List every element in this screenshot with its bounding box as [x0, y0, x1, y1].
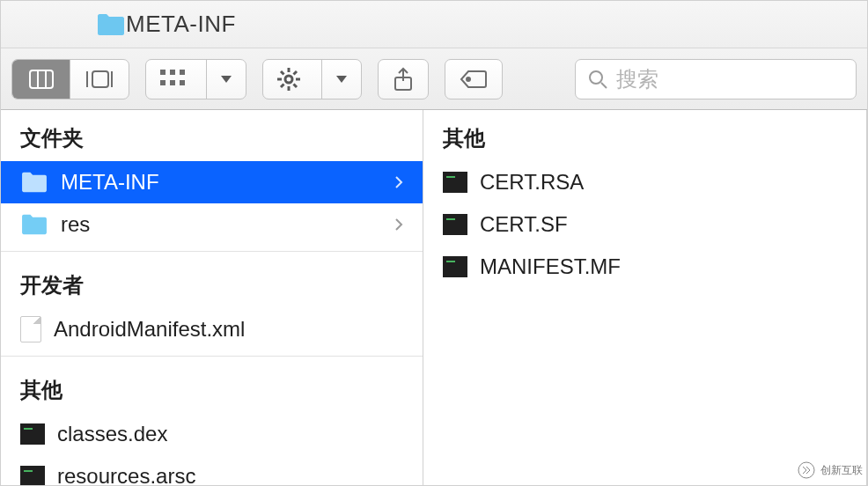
icon-view-icon [29, 70, 54, 89]
gear-icon [277, 68, 300, 91]
tags-button[interactable] [445, 59, 503, 99]
section-header: 文件夹 [1, 110, 423, 161]
svg-line-20 [294, 71, 298, 75]
item-label: resources.arsc [57, 464, 195, 485]
item-label: MANIFEST.MF [480, 254, 621, 279]
svg-point-12 [285, 76, 292, 83]
svg-rect-9 [160, 80, 166, 85]
list-item[interactable]: res [1, 203, 423, 246]
item-label: res [61, 212, 90, 237]
column-right[interactable]: 其他CERT.RSACERT.SFMANIFEST.MF [423, 110, 867, 485]
section-header: 其他 [423, 110, 866, 161]
exec-icon [20, 466, 45, 485]
item-label: META-INF [61, 170, 159, 195]
svg-line-24 [601, 83, 607, 88]
item-label: AndroidManifest.xml [54, 317, 245, 342]
search-icon [588, 70, 607, 89]
list-item[interactable]: classes.dex [1, 413, 423, 455]
arrange-button[interactable] [145, 59, 246, 99]
share-button[interactable] [378, 59, 429, 99]
exec-icon [20, 423, 45, 445]
folder-icon [96, 12, 126, 37]
window-title: META-INF [126, 11, 236, 38]
exec-icon [443, 256, 467, 277]
list-item[interactable]: CERT.SF [423, 203, 866, 246]
view-mode-segment [11, 59, 129, 99]
section-header: 开发者 [1, 257, 423, 308]
item-label: CERT.SF [480, 212, 568, 237]
share-icon [393, 67, 414, 92]
search-field[interactable] [575, 59, 857, 99]
svg-line-19 [281, 84, 284, 87]
svg-rect-10 [170, 80, 175, 85]
svg-line-18 [294, 84, 298, 87]
tag-icon [460, 70, 488, 89]
chevron-right-icon [394, 175, 403, 189]
item-label: classes.dex [57, 422, 167, 446]
svg-point-22 [467, 77, 470, 81]
watermark: 创新互联 [798, 461, 863, 479]
divider [1, 251, 423, 252]
list-item[interactable]: META-INF [1, 161, 423, 203]
svg-rect-6 [160, 70, 166, 75]
view-icon-mode-button[interactable] [12, 60, 70, 99]
svg-rect-8 [180, 70, 185, 75]
view-list-mode-button[interactable] [70, 60, 129, 99]
column-left[interactable]: 文件夹META-INFres开发者AndroidManifest.xml其他cl… [1, 110, 423, 485]
search-input[interactable] [616, 67, 843, 92]
chevron-down-icon [221, 76, 232, 83]
chevron-right-icon [394, 217, 403, 232]
actions-button[interactable] [262, 59, 362, 99]
exec-icon [443, 172, 467, 193]
list-item[interactable]: AndroidManifest.xml [1, 308, 423, 350]
list-item[interactable]: CERT.RSA [423, 161, 866, 203]
titlebar: META-INF [1, 1, 867, 48]
file-icon [20, 316, 41, 342]
svg-rect-11 [180, 80, 185, 85]
divider [1, 356, 423, 357]
grid-icon [160, 70, 185, 89]
chevron-down-icon [336, 76, 347, 83]
column-view: 文件夹META-INFres开发者AndroidManifest.xml其他cl… [1, 110, 867, 485]
list-item[interactable]: MANIFEST.MF [423, 246, 866, 288]
toolbar [1, 48, 867, 110]
item-label: CERT.RSA [480, 170, 584, 195]
svg-rect-4 [92, 71, 108, 87]
svg-point-23 [590, 71, 602, 84]
exec-icon [443, 214, 467, 235]
svg-line-17 [281, 71, 284, 75]
list-item[interactable]: resources.arsc [1, 455, 423, 485]
list-view-icon [85, 70, 114, 89]
svg-rect-7 [170, 70, 175, 75]
section-header: 其他 [1, 362, 423, 413]
finder-window: META-INF [0, 0, 868, 486]
svg-rect-0 [30, 70, 53, 88]
